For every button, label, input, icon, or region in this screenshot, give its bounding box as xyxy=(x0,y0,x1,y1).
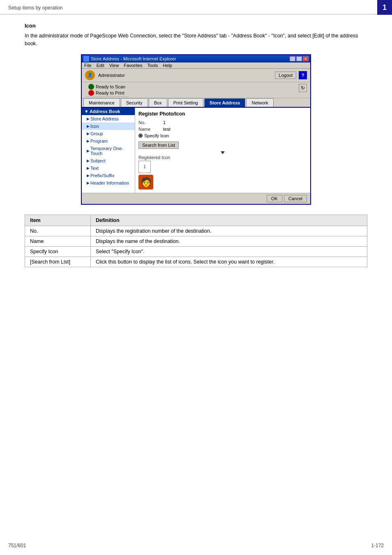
no-value: 1 xyxy=(163,120,166,125)
sidebar-arrow-icon: ▶ xyxy=(87,124,90,128)
sidebar-item-group[interactable]: ▶ Group xyxy=(82,130,135,137)
main-content: Icon In the administrator mode of PageSc… xyxy=(0,14,392,275)
sidebar-item-subject[interactable]: ▶ Subject xyxy=(82,157,135,164)
sidebar-item-temporary-one-touch[interactable]: ▶ Temporary One-Touch xyxy=(82,145,135,157)
browser-footer: OK Cancel xyxy=(82,193,310,204)
specify-icon-row: Specify Icon xyxy=(138,133,307,138)
form-row-no: No. 1 xyxy=(138,120,307,125)
browser-titlebar: Store Address - Microsoft Internet Explo… xyxy=(82,55,310,62)
sidebar-arrow-header: ▶ xyxy=(87,181,90,185)
refresh-button[interactable]: ↻ xyxy=(299,84,307,92)
status-print: Ready to Print xyxy=(88,90,125,96)
menu-favorites[interactable]: Favorites xyxy=(124,63,142,68)
main-panel: Register Photo/Icon No. 1 Name test Spec… xyxy=(135,108,310,193)
sidebar-item-header-info[interactable]: ▶ Header Information xyxy=(82,179,135,187)
search-from-list-wrapper: Search from List xyxy=(138,141,307,149)
specify-icon-radio[interactable] xyxy=(138,134,143,138)
sidebar-item-label-icon: Icon xyxy=(90,124,99,129)
sidebar-item-prefix-suffix[interactable]: ▶ Prefix/Suffix xyxy=(82,172,135,179)
sidebar-item-label-program: Program xyxy=(90,139,108,143)
sidebar-item-program[interactable]: ▶ Program xyxy=(82,137,135,145)
tab-maintenance[interactable]: Maintenance xyxy=(83,98,120,107)
menu-file[interactable]: File xyxy=(84,63,92,68)
scan-status-icon xyxy=(88,84,94,90)
browser-menubar: File Edit View Favorites Tools Help xyxy=(82,62,310,69)
section-desc: In the administrator mode of PageScope W… xyxy=(25,32,367,48)
table-row: Specify IconSelect "Specify Icon". xyxy=(25,246,367,257)
triangle-down-icon xyxy=(221,151,225,154)
menu-help[interactable]: Help xyxy=(163,63,172,68)
registered-icon-label: Registered Icon xyxy=(138,155,307,160)
maximize-button[interactable]: □ xyxy=(296,56,302,61)
close-button[interactable]: ✕ xyxy=(303,56,309,61)
page-badge: 1 xyxy=(377,0,392,15)
menu-tools[interactable]: Tools xyxy=(148,63,158,68)
table-cell-item: [Search from List] xyxy=(25,257,91,267)
logout-button[interactable]: Logout xyxy=(275,72,296,79)
person-icon: 🧑 xyxy=(138,175,153,190)
menu-edit[interactable]: Edit xyxy=(97,63,104,68)
admin-icon: 👤 xyxy=(85,70,95,80)
tab-security[interactable]: Security xyxy=(121,98,148,107)
footer-right: 1-172 xyxy=(371,543,384,548)
section-title: Icon xyxy=(25,23,367,29)
name-label: Name xyxy=(138,127,163,132)
col-header-item: Item xyxy=(25,215,91,226)
table-row: [Search from List]Click this button to d… xyxy=(25,257,367,267)
minimize-button[interactable]: _ xyxy=(290,56,295,61)
search-from-list-button[interactable]: Search from List xyxy=(138,141,179,149)
status-bar: Ready to Scan Ready to Print xyxy=(85,83,129,97)
browser-app-icon xyxy=(83,56,89,62)
sidebar-item-text[interactable]: ▶ Text xyxy=(82,164,135,172)
browser-controls: _ □ ✕ xyxy=(290,56,309,61)
help-button[interactable]: ? xyxy=(299,71,307,79)
sidebar-item-label-text: Text xyxy=(90,166,99,171)
sidebar-section-label: Address Book xyxy=(90,109,120,114)
sidebar-section-arrow: ▼ xyxy=(84,109,89,114)
sidebar-section-address-book[interactable]: ▼ Address Book xyxy=(82,108,135,115)
no-label: No. xyxy=(138,120,163,125)
sidebar-item-label-header: Header Information xyxy=(90,180,129,185)
tab-print-setting[interactable]: Print Setting xyxy=(168,98,203,107)
page-header: Setup items by operation xyxy=(0,0,392,14)
table-cell-definition: Select "Specify Icon". xyxy=(91,246,367,257)
print-status-text: Ready to Print xyxy=(96,90,125,95)
tab-box[interactable]: Box xyxy=(149,98,167,107)
ok-button[interactable]: OK xyxy=(267,195,282,202)
scan-status-text: Ready to Scan xyxy=(96,84,125,89)
admin-label: Administrator xyxy=(98,73,125,78)
col-header-definition: Definition xyxy=(91,215,367,226)
sidebar-arrow-prefix: ▶ xyxy=(87,173,90,178)
browser-content: ▼ Address Book ▶ Store Address ▶ Icon ▶ … xyxy=(82,108,310,193)
print-status-icon xyxy=(88,90,94,96)
sidebar: ▼ Address Book ▶ Store Address ▶ Icon ▶ … xyxy=(82,108,135,193)
definition-table: Item Definition No.Displays the registra… xyxy=(25,215,367,267)
registered-icon-value-box: 1 xyxy=(138,161,151,173)
sidebar-arrow-program: ▶ xyxy=(87,139,90,143)
panel-title: Register Photo/Icon xyxy=(138,111,307,117)
tab-store-address[interactable]: Store Address xyxy=(204,98,246,107)
browser-toolbar: 👤 Administrator Logout ? xyxy=(82,69,310,82)
toolbar-right: Logout ? xyxy=(275,71,307,79)
table-cell-definition: Click this button to display the list of… xyxy=(91,257,367,267)
sidebar-item-label-temporary: Temporary One-Touch xyxy=(90,146,132,156)
name-value: test xyxy=(163,127,171,132)
sidebar-item-label-subject: Subject xyxy=(90,158,106,163)
table-cell-definition: Displays the name of the destination. xyxy=(91,236,367,246)
table-cell-item: No. xyxy=(25,226,91,236)
browser-titlebar-title: Store Address - Microsoft Internet Explo… xyxy=(83,56,176,62)
form-row-name: Name test xyxy=(138,127,307,132)
nav-tabs: Maintenance Security Box Print Setting S… xyxy=(82,98,310,108)
menu-view[interactable]: View xyxy=(109,63,119,68)
sidebar-arrow-temporary: ▶ xyxy=(87,149,90,153)
sidebar-arrow-subject: ▶ xyxy=(87,159,90,163)
tab-network[interactable]: Network xyxy=(246,98,273,107)
sidebar-item-label-prefix: Prefix/Suffix xyxy=(90,173,115,178)
cancel-button[interactable]: Cancel xyxy=(284,195,307,202)
sidebar-item-store-address[interactable]: ▶ Store Address xyxy=(82,115,135,123)
sidebar-arrow-group: ▶ xyxy=(87,132,90,136)
browser-title-text: Store Address - Microsoft Internet Explo… xyxy=(91,56,176,61)
table-row: No.Displays the registration number of t… xyxy=(25,226,367,236)
footer-left: 751/601 xyxy=(8,543,26,548)
sidebar-item-icon[interactable]: ▶ Icon xyxy=(82,123,135,130)
